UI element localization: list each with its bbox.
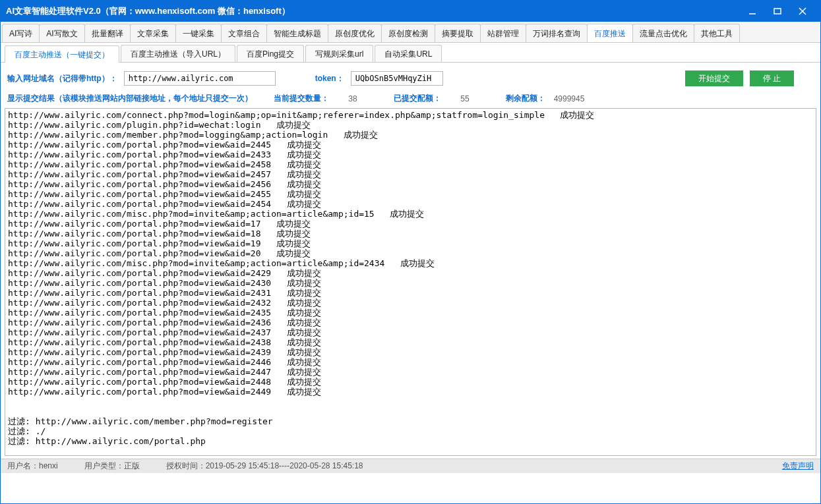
main-tab-5[interactable]: 文章组合 (221, 24, 267, 42)
window-title: AI文章智能处理软件V2.0（官网：www.henxisoft.com 微信：h… (6, 5, 740, 17)
main-tab-6[interactable]: 智能生成标题 (266, 24, 328, 42)
main-tab-8[interactable]: 原创度检测 (381, 24, 435, 42)
submitted-value: 55 (445, 94, 485, 103)
log-output[interactable]: http://www.ailyric.com/connect.php?mod=l… (5, 108, 816, 456)
stop-button[interactable]: 停 止 (750, 70, 794, 86)
main-tab-13[interactable]: 流量点击优化 (632, 24, 694, 42)
license-link[interactable]: 免责声明 (782, 461, 814, 472)
sub-tab-1[interactable]: 百度主动推送（导入URL） (121, 45, 235, 62)
url-label: 输入网址域名（记得带http）： (7, 73, 117, 84)
main-tab-4[interactable]: 一键采集 (175, 24, 222, 42)
main-tab-7[interactable]: 原创度优化 (328, 24, 382, 42)
token-input[interactable] (351, 71, 443, 86)
main-tab-3[interactable]: 文章采集 (130, 24, 176, 42)
close-button[interactable] (790, 3, 815, 19)
result-label: 显示提交结果（该模块推送网站内部链接地址，每个地址只提交一次） (7, 93, 253, 104)
main-tab-9[interactable]: 摘要提取 (435, 24, 481, 42)
start-button[interactable]: 开始提交 (685, 70, 743, 86)
token-label: token： (315, 73, 344, 84)
main-tab-14[interactable]: 其他工具 (694, 24, 740, 42)
type-info: 用户类型：正版 (84, 461, 140, 472)
input-row: 输入网址域名（记得带http）： token： 开始提交 停 止 (1, 63, 820, 93)
main-tab-2[interactable]: 批量翻译 (84, 24, 131, 42)
current-label: 当前提交数量： (274, 93, 329, 104)
current-value: 38 (333, 94, 373, 103)
main-tabs: AI写诗AI写散文批量翻译文章采集一键采集文章组合智能生成标题原创度优化原创度检… (1, 22, 820, 43)
maximize-button[interactable] (765, 3, 790, 19)
remain-value: 4999945 (549, 94, 589, 103)
main-tab-1[interactable]: AI写散文 (39, 24, 84, 42)
titlebar: AI文章智能处理软件V2.0（官网：www.henxisoft.com 微信：h… (1, 1, 820, 22)
sub-tabs: 百度主动推送（一键提交）百度主动推送（导入URL）百度Ping提交写规则采集ur… (1, 43, 820, 63)
svg-rect-1 (774, 9, 781, 14)
main-tab-0[interactable]: AI写诗 (2, 24, 40, 42)
auth-info: 授权时间：2019-05-29 15:45:18----2020-05-28 1… (166, 461, 363, 472)
status-bar: 用户名：henxi 用户类型：正版 授权时间：2019-05-29 15:45:… (1, 459, 820, 473)
submitted-label: 已提交配额： (394, 93, 441, 104)
stats-row: 显示提交结果（该模块推送网站内部链接地址，每个地址只提交一次） 当前提交数量： … (1, 93, 820, 108)
main-tab-11[interactable]: 万词排名查询 (526, 24, 588, 42)
sub-tab-2[interactable]: 百度Ping提交 (237, 45, 304, 62)
user-info: 用户名：henxi (7, 461, 58, 472)
sub-tab-4[interactable]: 自动采集URL (375, 45, 442, 62)
remain-label: 剩余配额： (506, 93, 545, 104)
url-input[interactable] (124, 71, 276, 86)
sub-tab-3[interactable]: 写规则采集url (305, 45, 373, 62)
main-tab-12[interactable]: 百度推送 (587, 24, 633, 42)
sub-tab-0[interactable]: 百度主动推送（一键提交） (5, 45, 119, 63)
minimize-button[interactable] (740, 3, 765, 19)
main-tab-10[interactable]: 站群管理 (480, 24, 526, 42)
